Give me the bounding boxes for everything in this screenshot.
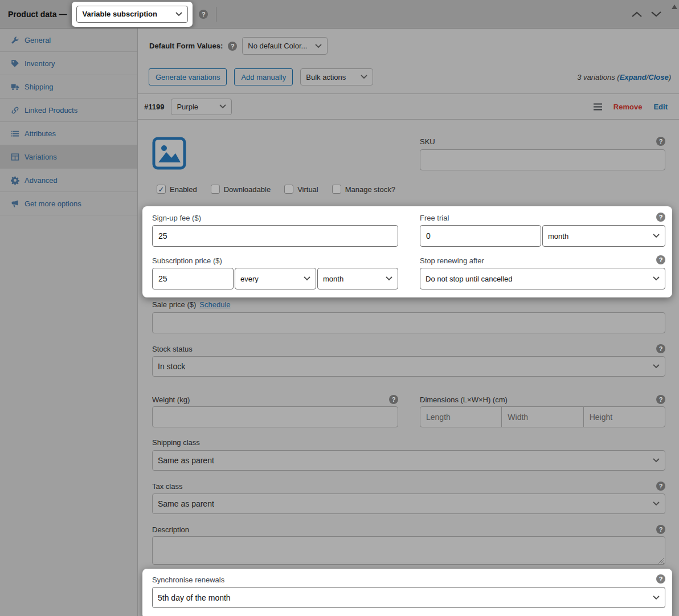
signup-fee-input[interactable] [152,225,398,247]
sidebar-item-linked-products[interactable]: Linked Products [0,99,137,122]
help-icon[interactable]: ? [199,10,208,19]
synchronise-renewals-label: Synchronise renewals [152,576,224,584]
checkbox-label: Enabled [170,185,197,194]
edit-link[interactable]: Edit [653,103,668,111]
variations-panel: Default Form Values: ? No default Color.… [138,28,679,616]
stock-status-select[interactable]: In stock [152,356,665,377]
product-type-highlight: Variable subscription [72,2,193,27]
schedule-link[interactable]: Schedule [199,300,230,309]
help-icon[interactable]: ? [228,42,237,51]
dimensions-inputs [420,406,665,427]
sidebar-item-label: Variations [24,153,57,161]
help-icon[interactable]: ? [389,395,398,404]
gear-icon [11,176,19,185]
sidebar-item-inventory[interactable]: Inventory [0,52,137,75]
sidebar-item-label: Attributes [24,129,56,138]
default-color-select[interactable]: No default Color... [242,37,328,55]
add-manually-button[interactable]: Add manually [234,68,293,85]
product-data-panel: Product data — Variable subscription ? [0,0,679,616]
free-trial-input[interactable] [420,225,541,247]
bulk-actions-select[interactable]: Bulk actions [300,68,373,85]
description-label-row: Description ? [152,525,665,534]
link-icon [11,106,19,115]
sidebar-item-label: Advanced [24,176,58,185]
help-icon[interactable]: ? [656,395,665,404]
sale-price-input[interactable] [152,312,665,333]
sidebar-item-advanced[interactable]: Advanced [0,169,137,192]
sku-label: SKU [420,137,435,146]
stock-status-value: In stock [158,362,185,371]
checkbox-label: Manage stock? [345,185,395,194]
enabled-checkbox[interactable]: Enabled [157,185,197,194]
checkbox-label: Downloadable [224,185,271,194]
help-icon[interactable]: ? [656,525,665,534]
help-icon[interactable]: ? [656,574,665,584]
downloadable-checkbox[interactable]: Downloadable [211,185,271,194]
stop-renewing-value: Do not stop until cancelled [426,275,512,283]
free-trial-period-select[interactable]: month [542,225,665,247]
variation-image-button[interactable] [152,137,186,170]
weight-input[interactable] [152,406,398,427]
metabox-controls [631,11,679,18]
sidebar-item-variations[interactable]: Variations [0,145,137,169]
sidebar-item-attributes[interactable]: Attributes [0,122,137,145]
checkbox-checked-icon [157,185,166,194]
sidebar-item-get-more-options[interactable]: Get more options [0,192,137,215]
weight-label-row: Weight (kg) ? [152,395,398,404]
subscription-period-value: month [323,275,343,283]
close-link[interactable]: Close [648,73,668,81]
width-input[interactable] [501,406,583,427]
tax-class-select[interactable]: Same as parent [152,493,665,514]
sku-input[interactable] [420,149,665,170]
truck-icon [11,83,19,91]
synchronise-renewals-select[interactable]: 5th day of the month [152,587,665,608]
expand-link[interactable]: Expand [620,73,647,81]
length-input[interactable] [420,406,502,427]
stop-renewing-select[interactable]: Do not stop until cancelled [420,268,665,289]
chevron-down-icon [653,595,660,600]
sidebar-item-general[interactable]: General [0,28,137,52]
product-type-select[interactable]: Variable subscription [76,6,188,23]
summary-suffix: ) [669,73,671,81]
sidebar-item-label: Get more options [24,199,81,208]
header-divider [216,7,216,22]
remove-link[interactable]: Remove [613,103,643,111]
product-data-header: Product data — Variable subscription ? [0,0,679,28]
help-icon[interactable]: ? [656,482,665,491]
subscription-period-select[interactable]: month [317,268,398,289]
chevron-down-icon [219,104,226,109]
chevron-down-icon [653,276,660,281]
image-placeholder-icon [152,137,186,170]
manage-stock-checkbox[interactable]: Manage stock? [332,185,395,194]
stop-renewing-label: Stop renewing after [420,256,484,265]
checkbox-icon [284,185,293,194]
generate-variations-button[interactable]: Generate variations [149,68,227,85]
subscription-pricing-highlight: Sign-up fee ($) Free trial ? month Subsc… [142,206,672,297]
variation-id: #1199 [144,103,164,111]
variation-options-row: Enabled Downloadable Virtual Manage stoc… [157,183,395,195]
variation-attribute-select[interactable]: Purple [171,99,232,115]
stock-status-label-row: Stock status ? [152,344,665,353]
scroll-up-icon[interactable] [672,5,677,9]
height-input[interactable] [583,406,665,427]
chevron-down-icon[interactable] [651,11,662,18]
sidebar-item-shipping[interactable]: Shipping [0,75,137,99]
menu-icon[interactable] [594,103,602,111]
description-textarea[interactable] [152,536,665,565]
help-icon[interactable]: ? [656,255,665,264]
chevron-up-icon[interactable] [631,11,643,18]
help-icon[interactable]: ? [656,213,665,222]
help-icon[interactable]: ? [656,344,665,353]
variations-count: 3 variations ( [577,73,619,81]
default-form-values-row: Default Form Values: ? No default Color.… [149,37,328,55]
subscription-interval-select[interactable]: every [235,268,316,289]
help-icon[interactable]: ? [656,137,665,146]
subscription-price-label: Subscription price ($) [152,256,222,265]
virtual-checkbox[interactable]: Virtual [284,185,318,194]
shipping-class-select[interactable]: Same as parent [152,450,665,471]
sidebar-item-label: Linked Products [24,106,77,115]
subscription-price-input[interactable] [152,268,234,289]
sale-price-label: Sale price ($) [152,300,196,309]
grid-icon [11,153,19,161]
chevron-down-icon [175,12,182,17]
